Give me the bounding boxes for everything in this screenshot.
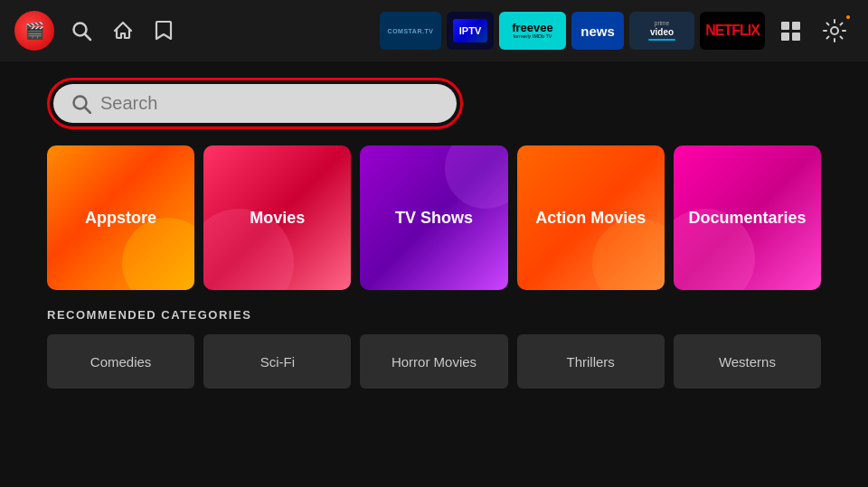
category-scifi-label: Sci-Fi xyxy=(260,354,295,370)
app-tile-prime[interactable]: prime video xyxy=(629,12,694,50)
svg-point-2 xyxy=(831,27,838,34)
tile-movies[interactable]: Movies xyxy=(203,145,351,290)
recommended-section: RECOMMENDED CATEGORIES Comedies Sci-Fi H… xyxy=(0,290,868,389)
category-scifi[interactable]: Sci-Fi xyxy=(203,334,351,389)
category-westerns-label: Westerns xyxy=(719,354,776,370)
app-tile-iptv[interactable]: IPTV xyxy=(447,12,494,50)
search-section: Search xyxy=(0,61,868,145)
tile-appstore-label: Appstore xyxy=(85,209,156,228)
avatar[interactable]: 🎬 xyxy=(14,11,54,51)
tile-action-movies[interactable]: Action Movies xyxy=(517,145,665,290)
search-outline: Search xyxy=(47,78,463,129)
svg-line-1 xyxy=(85,34,90,40)
recommended-category-list: Comedies Sci-Fi Horror Movies Thrillers … xyxy=(47,334,821,389)
category-thrillers-label: Thrillers xyxy=(567,354,615,370)
tile-action-label: Action Movies xyxy=(535,209,646,228)
home-nav-icon[interactable] xyxy=(108,16,137,45)
navbar: 🎬 COMSTAR.TV IPTV xyxy=(0,0,868,61)
recommended-title: RECOMMENDED CATEGORIES xyxy=(47,308,821,322)
netflix-label: NETFLIX xyxy=(705,23,760,39)
search-placeholder: Search xyxy=(100,93,157,114)
app-tile-news[interactable]: news xyxy=(571,12,624,50)
freevee-sublabel: formerly IMDb TV xyxy=(514,34,552,40)
category-comedies[interactable]: Comedies xyxy=(47,334,194,389)
tile-documentaries[interactable]: Documentaries xyxy=(674,145,821,290)
search-icon xyxy=(71,94,91,114)
nav-left-icons: 🎬 xyxy=(14,11,177,51)
tile-appstore[interactable]: Appstore xyxy=(47,145,194,290)
category-tiles-section: Appstore Movies TV Shows Action Movies D… xyxy=(0,145,868,290)
tile-movies-label: Movies xyxy=(250,209,305,228)
freevee-label: freevee xyxy=(512,22,553,33)
gear-notification-dot xyxy=(844,14,852,21)
prime-bottom-label: video xyxy=(650,27,674,38)
tile-tvshows[interactable]: TV Shows xyxy=(360,145,507,290)
app-tile-freevee[interactable]: freevee formerly IMDb TV xyxy=(499,12,566,50)
category-horror[interactable]: Horror Movies xyxy=(360,334,507,389)
bookmark-nav-icon[interactable] xyxy=(150,16,177,45)
app-tile-netflix[interactable]: NETFLIX xyxy=(700,12,765,50)
nav-apps: COMSTAR.TV IPTV freevee formerly IMDb TV… xyxy=(380,12,854,50)
tile-documentaries-label: Documentaries xyxy=(688,209,806,228)
search-bar[interactable]: Search xyxy=(53,84,457,123)
category-comedies-label: Comedies xyxy=(90,354,152,370)
settings-button[interactable] xyxy=(816,12,854,50)
category-horror-label: Horror Movies xyxy=(392,354,476,370)
tile-tvshows-label: TV Shows xyxy=(395,209,473,228)
search-nav-icon[interactable] xyxy=(67,16,96,45)
grid-icon xyxy=(781,22,800,41)
category-thrillers[interactable]: Thrillers xyxy=(517,334,665,389)
category-westerns[interactable]: Westerns xyxy=(674,334,821,389)
gear-icon xyxy=(822,18,847,43)
news-label: news xyxy=(580,23,615,39)
svg-line-4 xyxy=(85,108,90,113)
app-tile-comcast[interactable]: COMSTAR.TV xyxy=(380,12,441,50)
app-tile-allapps[interactable] xyxy=(770,12,810,50)
